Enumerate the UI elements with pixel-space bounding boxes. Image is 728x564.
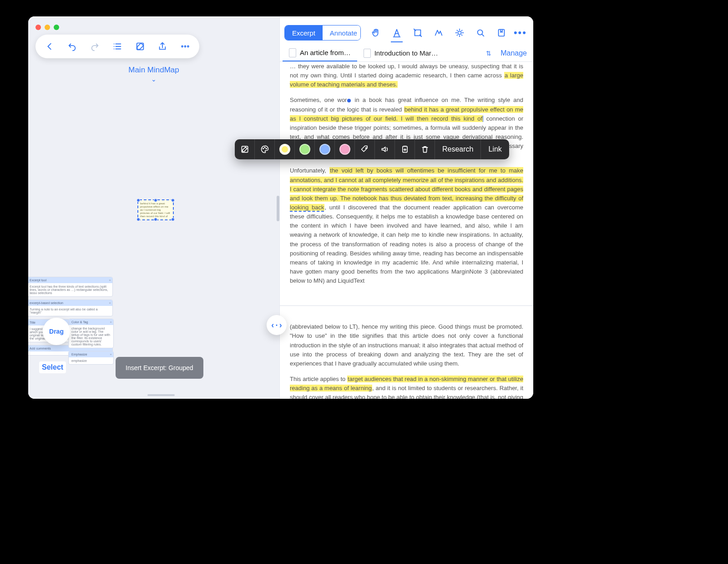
horizontal-scroll-indicator[interactable] xyxy=(147,394,175,396)
palette-icon[interactable] xyxy=(255,139,275,159)
selection-start-handle[interactable] xyxy=(347,99,351,102)
hand-tool-icon[interactable] xyxy=(370,27,382,39)
chevron-down-icon[interactable]: ⌄ xyxy=(28,76,279,83)
svg-point-12 xyxy=(365,148,366,149)
drag-hint-bubble: Drag xyxy=(43,318,70,345)
speak-icon[interactable] xyxy=(375,139,395,159)
redo-button[interactable] xyxy=(85,36,105,56)
mindmap-pane: Main MindMap ⌄ behind it has a great pro… xyxy=(28,16,279,399)
research-button[interactable]: Research xyxy=(435,139,481,159)
close-icon[interactable]: × xyxy=(110,320,112,324)
excerpt-mode-button[interactable]: Excerpt xyxy=(285,25,323,40)
document-icon xyxy=(289,48,296,57)
svg-point-9 xyxy=(263,148,263,149)
edit-icon[interactable] xyxy=(235,139,255,159)
svg-point-1 xyxy=(182,46,183,47)
mode-segmented-control: Excerpt Annotate xyxy=(284,25,361,41)
clipboard-add-icon[interactable] xyxy=(395,139,415,159)
color-swatch-blue[interactable] xyxy=(315,139,335,159)
tag-icon[interactable] xyxy=(355,139,375,159)
back-button[interactable] xyxy=(40,36,60,56)
tool-icons-row xyxy=(370,27,507,39)
chevron-left-icon: ‹ xyxy=(271,320,274,330)
document-toolbar: Excerpt Annotate ••• xyxy=(284,24,529,42)
share-button[interactable] xyxy=(152,36,172,56)
close-icon[interactable]: × xyxy=(109,301,111,305)
card-stack-2: × Color & Tag change the background colo… xyxy=(68,319,114,367)
tab-article[interactable]: An article from… xyxy=(283,45,357,61)
document-pane: Excerpt Annotate ••• An article f xyxy=(279,16,533,399)
lasso-tool-icon[interactable] xyxy=(433,27,445,39)
card-excerpt-based[interactable]: × excerpt-based selection Turning a note… xyxy=(28,300,113,316)
select-hint-badge: Select xyxy=(39,361,66,373)
svg-point-6 xyxy=(477,30,482,35)
svg-point-2 xyxy=(185,46,186,47)
paragraph: … they were available to be looked up, I… xyxy=(280,62,533,96)
trash-icon[interactable] xyxy=(415,139,435,159)
close-icon[interactable]: × xyxy=(110,352,112,356)
undo-button[interactable] xyxy=(62,36,82,56)
close-icon[interactable]: × xyxy=(109,278,111,282)
card-emphasize[interactable]: × Emphasize emphasize xyxy=(68,351,114,365)
document-tabs: An article from… Introduction to Mar… ⇅ … xyxy=(280,45,533,62)
search-icon[interactable] xyxy=(475,27,486,39)
excerpt-node-text: behind it has a great propulsive effect … xyxy=(140,202,170,218)
card-color-tag[interactable]: × Color & Tag change the background colo… xyxy=(68,319,114,348)
text-style-tool-icon[interactable] xyxy=(391,27,403,39)
more-icon[interactable]: ••• xyxy=(514,27,529,39)
mindmap-title[interactable]: Main MindMap xyxy=(28,66,279,75)
card-excerpt-tool[interactable]: × Excerpt tool Excerpt tool has the thre… xyxy=(28,277,113,297)
crop-tool-icon[interactable] xyxy=(412,27,424,39)
color-swatch-yellow[interactable] xyxy=(275,139,295,159)
manage-tabs-button[interactable]: Manage xyxy=(494,49,533,57)
sort-tabs-icon[interactable]: ⇅ xyxy=(483,50,494,57)
paragraph: This article applies to target audiences… xyxy=(280,375,533,399)
selection-context-toolbar: Research Link xyxy=(235,139,509,159)
window-controls xyxy=(35,25,59,30)
color-swatch-pink[interactable] xyxy=(335,139,355,159)
color-swatch-green[interactable] xyxy=(295,139,315,159)
paragraph: Unfortunately, the void left by books wi… xyxy=(280,166,533,292)
insert-excerpt-tooltip: Insert Excerpt: Grouped xyxy=(116,357,203,379)
svg-rect-7 xyxy=(498,30,504,36)
document-icon xyxy=(364,49,371,58)
compose-button[interactable] xyxy=(130,36,150,56)
svg-point-5 xyxy=(458,31,461,34)
annotate-mode-button[interactable]: Annotate xyxy=(323,25,361,40)
pane-split-handle[interactable]: ‹ • › xyxy=(267,315,287,335)
link-button[interactable]: Link xyxy=(481,139,509,159)
svg-point-10 xyxy=(264,147,265,148)
page-break xyxy=(280,305,533,306)
mindmap-toolbar xyxy=(35,35,199,58)
close-window-button[interactable] xyxy=(35,25,41,30)
document-body[interactable]: … they were available to be looked up, I… xyxy=(280,62,533,399)
tab-intro[interactable]: Introduction to Mar… xyxy=(357,45,445,61)
bookmark-icon[interactable] xyxy=(495,27,507,39)
zoom-window-button[interactable] xyxy=(54,25,59,30)
svg-point-11 xyxy=(266,148,267,149)
chevron-right-icon: › xyxy=(279,320,282,330)
stamp-tool-icon[interactable] xyxy=(454,27,465,39)
selected-excerpt-node[interactable]: behind it has a great propulsive effect … xyxy=(137,199,174,220)
more-button[interactable] xyxy=(175,36,195,56)
minimize-window-button[interactable] xyxy=(45,25,50,30)
svg-point-3 xyxy=(187,46,189,47)
outline-button[interactable] xyxy=(107,36,127,56)
app-window: Main MindMap ⌄ behind it has a great pro… xyxy=(28,16,533,399)
paragraph: (abbreviated below to LT), hence my writ… xyxy=(280,322,533,375)
